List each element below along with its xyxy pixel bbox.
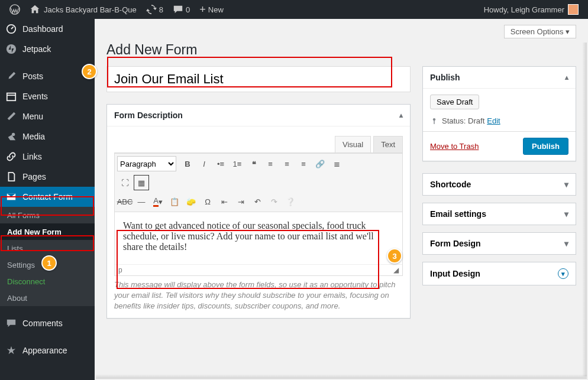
status-row: Status: Draft Edit — [430, 116, 568, 125]
howdy-link[interactable]: Howdy, Leigh Grammer — [479, 0, 583, 19]
form-description-panel: Form Description▴ Visual Text Paragraph … — [106, 104, 411, 319]
chevron-up-icon: ▴ — [399, 111, 403, 119]
new-link[interactable]: +New — [195, 0, 228, 19]
publish-header[interactable]: Publish▴ — [423, 67, 576, 89]
sidebar-sub-all-forms[interactable]: All Forms — [0, 207, 95, 223]
sidebar-item-comments[interactable]: Comments — [0, 313, 95, 333]
italic-button[interactable]: I — [196, 156, 212, 171]
sidebar-sub-disconnect[interactable]: Disconnect — [0, 273, 95, 290]
strikethrough-button[interactable]: ABC — [117, 194, 133, 209]
publish-panel: Publish▴ Save Draft Status: Draft Edit M… — [422, 66, 576, 161]
text-color-button[interactable]: A ▾ — [150, 194, 166, 209]
sidebar-item-appearance[interactable]: Appearance — [0, 340, 95, 360]
sidebar-label: Media — [22, 132, 45, 141]
sidebar-item-menu[interactable]: Menu — [0, 106, 95, 126]
content-area: Screen Options ▾ Add New Form Form Descr… — [95, 19, 588, 380]
sidebar-sub-about[interactable]: About — [0, 290, 95, 306]
sidebar-sub-lists[interactable]: Lists — [0, 240, 95, 256]
svg-rect-6 — [434, 120, 434, 124]
sidebar-label: Contact Form — [22, 192, 73, 202]
sidebar-item-media[interactable]: Media — [0, 126, 95, 147]
editor-body[interactable]: Want to get advanced notice of our seaso… — [114, 212, 403, 276]
tab-text[interactable]: Text — [373, 136, 403, 152]
email-settings-panel[interactable]: Email settings▾ — [422, 203, 576, 225]
description-hint: This message will display above the form… — [114, 280, 403, 312]
outdent-button[interactable]: ⇤ — [217, 194, 232, 209]
read-more-button[interactable]: ≣ — [329, 156, 344, 171]
form-description-header[interactable]: Form Description▴ — [107, 105, 410, 126]
page-title: Add New Form — [106, 42, 576, 58]
sidebar-label: Jetpack — [22, 44, 51, 54]
sidebar-label: Events — [22, 92, 48, 101]
shortcode-panel[interactable]: Shortcode▾ — [422, 173, 576, 196]
sidebar-label: Dashboard — [22, 24, 63, 34]
screen-options-button[interactable]: Screen Options ▾ — [504, 25, 576, 38]
special-char-button[interactable]: Ω — [200, 194, 215, 209]
sidebar-label: Appearance — [22, 346, 67, 355]
sidebar-label: Comments — [22, 319, 63, 328]
toolbar-toggle-button[interactable]: ▦ — [134, 175, 149, 190]
input-design-panel[interactable]: Input Design▾ — [422, 262, 576, 285]
tab-visual[interactable]: Visual — [335, 136, 371, 152]
sidebar-label: Links — [22, 152, 42, 161]
paste-text-button[interactable]: 📋 — [167, 194, 182, 209]
admin-sidebar: Dashboard Jetpack Posts Events Menu Medi… — [0, 19, 95, 380]
comments-link[interactable]: 0 — [168, 0, 195, 19]
svg-point-2 — [7, 44, 16, 54]
chevron-down-icon: ▾ — [564, 209, 568, 219]
sidebar-item-dashboard[interactable]: Dashboard — [0, 19, 95, 39]
sidebar-item-jetpack[interactable]: Jetpack — [0, 39, 95, 59]
format-select[interactable]: Paragraph — [117, 156, 176, 171]
help-button[interactable]: ❔ — [283, 194, 298, 209]
redo-button[interactable]: ↷ — [266, 194, 282, 209]
undo-button[interactable]: ↶ — [250, 194, 265, 209]
sidebar-sub-add-new[interactable]: Add New Form — [0, 223, 95, 240]
form-title-input[interactable] — [106, 66, 411, 92]
sidebar-label: Pages — [22, 172, 46, 181]
form-design-panel[interactable]: Form Design▾ — [422, 232, 576, 255]
editor-toolbar: Paragraph B I •≡ 1≡ ❝ ≡ ≡ ≡ 🔗 ≣ — [114, 153, 403, 212]
numbered-list-button[interactable]: 1≡ — [230, 156, 245, 171]
admin-bar: Jacks Backyard Bar-B-Que 8 0 +New Howdy,… — [0, 0, 588, 19]
sidebar-item-posts[interactable]: Posts — [0, 66, 95, 86]
publish-button[interactable]: Publish — [523, 138, 568, 155]
indent-button[interactable]: ⇥ — [233, 194, 248, 209]
hr-button[interactable]: — — [134, 194, 149, 209]
sidebar-item-events[interactable]: Events — [0, 86, 95, 106]
element-path: p — [118, 266, 122, 274]
badge-2: 2 — [82, 64, 97, 79]
edit-status-link[interactable]: Edit — [487, 116, 500, 125]
sidebar-label: Menu — [22, 112, 43, 121]
resize-handle[interactable]: ◢ — [393, 266, 399, 274]
sidebar-item-contact-form[interactable]: Contact Form — [0, 187, 95, 207]
fullscreen-button[interactable]: ⛶ — [117, 175, 133, 190]
sidebar-label: Posts — [22, 72, 43, 81]
chevron-down-icon: ▾ — [564, 239, 568, 248]
clear-formatting-button[interactable]: 🧽 — [183, 194, 199, 209]
pin-icon — [430, 117, 438, 125]
chevron-down-icon: ▾ — [564, 180, 568, 189]
badge-1: 1 — [41, 255, 57, 271]
move-to-trash-link[interactable]: Move to Trash — [430, 142, 479, 151]
align-left-button[interactable]: ≡ — [263, 156, 278, 171]
align-center-button[interactable]: ≡ — [279, 156, 295, 171]
bold-button[interactable]: B — [180, 156, 195, 171]
wp-logo[interactable] — [5, 0, 25, 19]
save-draft-button[interactable]: Save Draft — [430, 95, 479, 109]
chevron-down-icon: ▾ — [558, 268, 568, 279]
bulleted-list-button[interactable]: •≡ — [213, 156, 228, 171]
chevron-up-icon: ▴ — [565, 73, 568, 82]
link-button[interactable]: 🔗 — [312, 156, 328, 171]
sidebar-item-pages[interactable]: Pages — [0, 167, 95, 187]
site-link[interactable]: Jacks Backyard Bar-B-Que — [25, 0, 141, 19]
avatar — [568, 4, 579, 15]
updates-link[interactable]: 8 — [141, 0, 168, 19]
badge-3: 3 — [387, 248, 402, 264]
blockquote-button[interactable]: ❝ — [246, 156, 261, 171]
sidebar-item-links[interactable]: Links — [0, 147, 95, 167]
align-right-button[interactable]: ≡ — [296, 156, 311, 171]
svg-rect-3 — [7, 93, 15, 101]
